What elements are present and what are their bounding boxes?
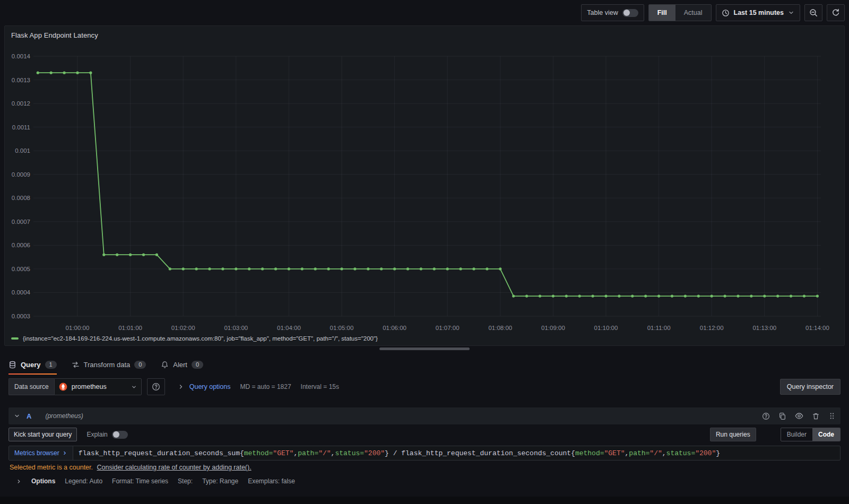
options-legend: Legend: Auto <box>65 477 102 485</box>
svg-text:01:08:00: 01:08:00 <box>488 325 512 331</box>
code-button[interactable]: Code <box>812 428 840 441</box>
transform-icon <box>72 361 80 369</box>
query-ref-id[interactable]: A <box>27 412 31 420</box>
tab-query-count: 1 <box>45 361 57 369</box>
fill-button[interactable]: Fill <box>649 5 675 21</box>
svg-text:0.0011: 0.0011 <box>12 124 30 131</box>
query-row-actions <box>762 412 835 420</box>
help-circle-icon[interactable] <box>762 412 770 420</box>
svg-text:01:11:00: 01:11:00 <box>647 325 671 331</box>
query-expression[interactable]: flask_http_request_duration_seconds_sum{… <box>73 446 840 460</box>
time-range-picker[interactable]: Last 15 minutes <box>716 4 800 21</box>
tab-query-label: Query <box>21 361 41 369</box>
legend-row[interactable]: {instance="ec2-184-169-216-224.us-west-1… <box>11 335 378 342</box>
bell-icon <box>161 361 169 369</box>
legend-series-label[interactable]: {instance="ec2-184-169-216-224.us-west-1… <box>23 335 378 342</box>
tab-transform-label: Transform data <box>84 361 131 369</box>
datasource-name: prometheus <box>72 383 127 390</box>
kick-start-query-button[interactable]: Kick start your query <box>8 428 77 441</box>
chevron-down-icon <box>788 10 794 16</box>
metrics-browser-button[interactable]: Metrics browser <box>9 446 73 460</box>
options-exemplars: Exemplars: false <box>248 477 295 485</box>
drag-handle-icon[interactable] <box>828 412 835 420</box>
svg-text:01:05:00: 01:05:00 <box>330 325 354 331</box>
datasource-picker-group: Data source prometheus <box>8 378 142 395</box>
options-format: Format: Time series <box>112 477 168 485</box>
tab-transform-count: 0 <box>134 361 146 369</box>
svg-text:0.0014: 0.0014 <box>12 53 31 59</box>
tab-query[interactable]: Query 1 <box>8 354 57 375</box>
svg-text:0.0006: 0.0006 <box>12 242 30 248</box>
svg-text:0.0004: 0.0004 <box>12 289 31 296</box>
warning-text: Selected metric is a counter. <box>10 464 93 471</box>
trash-icon[interactable] <box>812 412 820 420</box>
svg-text:0.0013: 0.0013 <box>12 77 30 83</box>
svg-text:0.0008: 0.0008 <box>12 195 30 201</box>
svg-text:01:13:00: 01:13:00 <box>752 325 776 331</box>
explain-toggle[interactable] <box>112 431 128 439</box>
panel-resize-handle[interactable] <box>379 347 470 350</box>
copy-icon[interactable] <box>778 412 786 420</box>
svg-text:01:07:00: 01:07:00 <box>436 325 460 331</box>
tab-transform-data[interactable]: Transform data 0 <box>72 354 146 375</box>
tab-alert[interactable]: Alert 0 <box>161 354 203 375</box>
angle-right-icon <box>16 479 22 484</box>
datasource-select[interactable]: prometheus <box>54 378 142 395</box>
explain-toggle-group[interactable]: Explain <box>86 431 127 439</box>
legend-series-swatch <box>11 337 19 340</box>
eye-icon[interactable] <box>795 412 803 420</box>
svg-text:0.0003: 0.0003 <box>12 313 30 319</box>
query-options-interval: Interval = 15s <box>301 383 339 390</box>
query-inspector-button[interactable]: Query inspector <box>780 379 841 395</box>
svg-text:01:09:00: 01:09:00 <box>541 325 565 331</box>
svg-text:0.001: 0.001 <box>15 147 30 154</box>
svg-text:01:14:00: 01:14:00 <box>805 325 829 331</box>
query-options-summary-row[interactable]: Options Legend: Auto Format: Time series… <box>16 477 295 485</box>
options-type: Type: Range <box>202 477 238 485</box>
refresh-button[interactable] <box>827 4 845 21</box>
svg-text:0.0012: 0.0012 <box>12 100 30 107</box>
time-series-panel: Flask App Endpoint Latency 0.00140.00130… <box>4 25 845 346</box>
chart-area[interactable]: 0.00140.00130.00120.00110.0010.00090.000… <box>5 26 845 336</box>
query-datasource-name: (prometheus) <box>45 412 83 420</box>
svg-text:01:01:00: 01:01:00 <box>118 325 142 331</box>
table-view-toggle-group[interactable]: Table view <box>581 4 644 21</box>
toggle-knob <box>113 431 119 438</box>
clock-icon <box>722 9 730 17</box>
table-view-toggle[interactable] <box>622 9 638 17</box>
builder-button[interactable]: Builder <box>781 428 812 441</box>
run-queries-button[interactable]: Run queries <box>710 428 756 441</box>
explain-label: Explain <box>86 431 107 438</box>
tab-alert-label: Alert <box>173 361 187 369</box>
grafana-panel-edit-screen: Table view Fill Actual Last 15 minutes <box>0 0 849 504</box>
table-view-label: Table view <box>587 9 618 16</box>
svg-text:0.0009: 0.0009 <box>12 171 30 178</box>
angle-right-icon <box>178 384 184 390</box>
zoom-out-icon <box>809 8 818 17</box>
svg-text:01:04:00: 01:04:00 <box>277 325 301 331</box>
svg-text:0.0007: 0.0007 <box>12 219 30 225</box>
counter-warning-row: Selected metric is a counter. Consider c… <box>10 464 252 471</box>
svg-text:01:12:00: 01:12:00 <box>700 325 724 331</box>
options-step: Step: <box>178 477 193 485</box>
footer-strip <box>0 497 849 504</box>
query-options-link[interactable]: Query options <box>189 383 231 390</box>
fill-actual-switch: Fill Actual <box>648 4 712 21</box>
top-toolbar: Table view Fill Actual Last 15 minutes <box>581 4 845 21</box>
svg-text:01:00:00: 01:00:00 <box>66 325 90 331</box>
query-options-group[interactable]: Query options MD = auto = 1827 Interval … <box>178 383 339 390</box>
help-circle-icon <box>152 383 160 391</box>
toggle-knob <box>623 10 630 16</box>
refresh-icon <box>831 8 840 17</box>
chevron-down-icon <box>131 384 137 390</box>
datasource-help-button[interactable] <box>147 378 165 395</box>
metrics-browser-label: Metrics browser <box>14 449 59 457</box>
actual-button[interactable]: Actual <box>675 5 711 21</box>
collapse-chevron-icon[interactable] <box>14 413 20 419</box>
datasource-label: Data source <box>8 378 54 395</box>
time-range-label: Last 15 minutes <box>734 9 784 16</box>
query-row-header[interactable]: A (prometheus) <box>8 407 841 424</box>
zoom-out-button[interactable] <box>804 4 822 21</box>
warning-rate-link[interactable]: Consider calculating rate of counter by … <box>97 464 252 471</box>
svg-text:0.0005: 0.0005 <box>12 266 30 272</box>
